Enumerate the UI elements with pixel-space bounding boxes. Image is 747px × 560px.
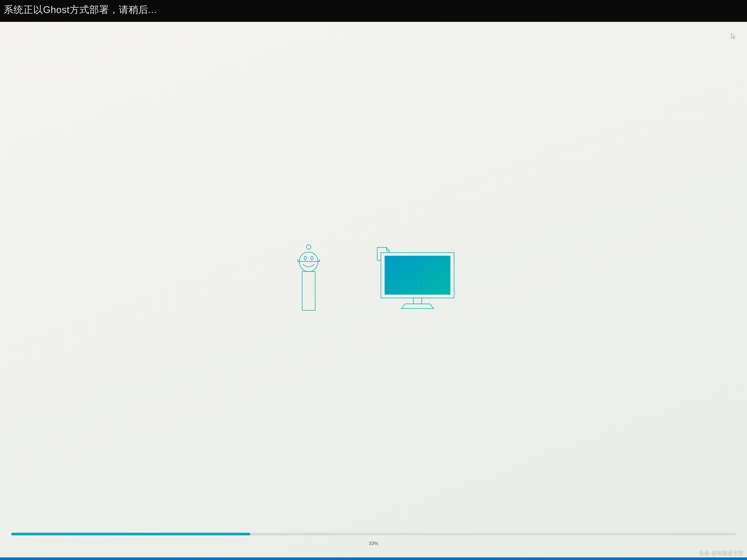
- illustration-row: [0, 22, 747, 533]
- watermark-text: 头条 @电脑通专家: [699, 550, 744, 557]
- robot-mascot-icon: [292, 244, 325, 315]
- progress-percent-label: 33%: [11, 540, 736, 546]
- header-bar: 系统正以Ghost方式部署，请稍后...: [0, 0, 747, 22]
- monitor-icon: [374, 245, 455, 313]
- svg-point-2: [304, 256, 306, 260]
- header-title: 系统正以Ghost方式部署，请稍后...: [4, 4, 157, 15]
- bottom-strip: [0, 557, 747, 560]
- progress-fill: [11, 533, 250, 535]
- svg-rect-4: [302, 271, 315, 310]
- svg-point-0: [306, 245, 311, 249]
- content-area: 33% 头条 @电脑通专家: [0, 22, 747, 557]
- svg-rect-6: [385, 256, 450, 295]
- svg-rect-7: [413, 298, 422, 304]
- cursor-icon: [731, 33, 736, 39]
- progress-bar: [11, 533, 736, 535]
- progress-section: 33%: [0, 533, 747, 557]
- svg-point-3: [311, 256, 313, 260]
